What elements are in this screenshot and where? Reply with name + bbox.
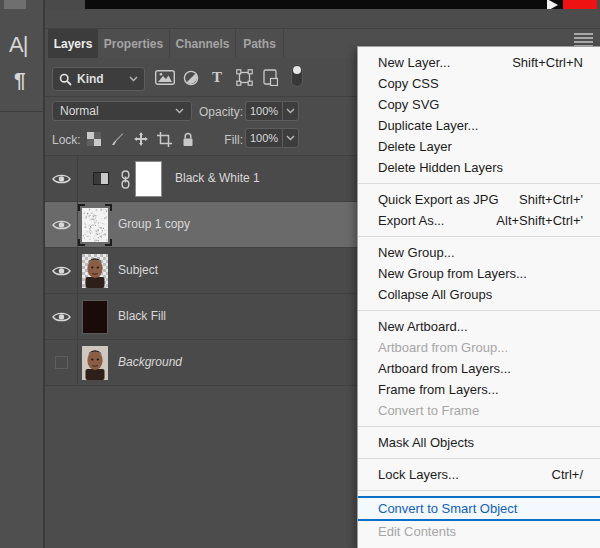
selected-layer-thumbnail-frame	[78, 204, 112, 246]
layer-thumbnail[interactable]	[82, 208, 108, 242]
layer-mask-thumbnail[interactable]	[135, 161, 162, 197]
menu-item-artboard-from-group: Artboard from Group...	[358, 337, 600, 358]
menu-item-label: Delete Hidden Layers	[378, 157, 503, 178]
menu-item-label: Copy CSS	[378, 73, 439, 94]
blend-mode-dropdown[interactable]: Normal	[52, 101, 192, 121]
fill-dropdown-caret[interactable]	[282, 128, 299, 148]
menu-item-shortcut: Alt+Shift+Ctrl+'	[496, 210, 583, 231]
lock-transparency-icon[interactable]	[87, 123, 101, 155]
fill-label: Fill:	[205, 133, 243, 147]
menu-item-label: Delete Layer	[378, 136, 452, 157]
menu-item-new-artboard[interactable]: New Artboard...	[358, 316, 600, 337]
menu-item-frame-from-layers[interactable]: Frame from Layers...	[358, 379, 600, 400]
menu-item-new-layer[interactable]: New Layer...Shift+Ctrl+N	[358, 52, 600, 73]
menu-item-lock-layers[interactable]: Lock Layers...Ctrl+/	[358, 464, 600, 485]
layers-panel-context-menu: New Layer...Shift+Ctrl+NCopy CSSCopy SVG…	[357, 46, 600, 548]
filter-kind-label: Kind	[77, 72, 124, 86]
menu-item-duplicate-layer[interactable]: Duplicate Layer...	[358, 115, 600, 136]
menu-item-label: New Group from Layers...	[378, 263, 527, 284]
layer-name: Black & White 1	[175, 156, 260, 201]
menu-item-label: Lock Layers...	[378, 464, 459, 485]
lock-position-move-icon[interactable]	[134, 123, 148, 155]
menu-item-label: Frame from Layers...	[378, 379, 499, 400]
left-tool-strip: A| ¶	[0, 0, 45, 548]
filter-type-layers-icon[interactable]: T	[212, 58, 222, 97]
menu-item-new-group[interactable]: New Group...	[358, 242, 600, 263]
menu-item-new-group-from-layers[interactable]: New Group from Layers...	[358, 263, 600, 284]
menu-item-mask-all-objects[interactable]: Mask All Objects	[358, 432, 600, 453]
menu-item-shortcut: Shift+Ctrl+'	[519, 189, 583, 210]
menu-item-label: New Artboard...	[378, 316, 468, 337]
menu-item-label: Collapse All Groups	[378, 284, 492, 305]
menu-separator	[358, 490, 600, 491]
menu-item-label: Copy SVG	[378, 94, 439, 115]
menu-separator	[358, 236, 600, 237]
layer-name: Subject	[118, 248, 158, 293]
menu-item-export-as[interactable]: Export As...Alt+Shift+Ctrl+'	[358, 210, 600, 231]
layer-filter-dropdown[interactable]: Kind	[52, 67, 145, 91]
tab-properties[interactable]: Properties	[98, 29, 170, 59]
opacity-value[interactable]: 100%	[245, 101, 282, 121]
menu-item-copy-svg[interactable]: Copy SVG	[358, 94, 600, 115]
menu-item-label: Artboard from Layers...	[378, 358, 511, 379]
visibility-eye-icon[interactable]	[45, 156, 78, 201]
layer-thumbnail[interactable]	[82, 300, 108, 334]
menu-item-label: Quick Export as JPG	[378, 189, 499, 210]
filter-smart-object-icon[interactable]	[263, 58, 278, 97]
menu-item-label: Export As...	[378, 210, 444, 231]
chevron-down-icon	[129, 76, 138, 82]
visibility-eye-icon[interactable]	[45, 202, 78, 247]
chevron-down-icon	[175, 108, 184, 114]
layer-thumbnail[interactable]	[82, 254, 108, 288]
menu-item-shortcut: Ctrl+/	[552, 464, 583, 485]
visibility-hidden-toggle[interactable]	[45, 340, 78, 385]
lock-label: Lock:	[52, 133, 84, 147]
menu-separator	[358, 458, 600, 459]
menu-item-edit-contents: Edit Contents	[358, 521, 600, 542]
menu-item-artboard-from-layers[interactable]: Artboard from Layers...	[358, 358, 600, 379]
menu-separator	[358, 183, 600, 184]
tab-channels[interactable]: Channels	[170, 29, 236, 59]
filter-pixel-layers-icon[interactable]	[155, 58, 175, 97]
photoshop-window: A| ¶ LayersPropertiesChannelsPaths Kind …	[0, 0, 600, 548]
opacity-label: Opacity:	[195, 105, 243, 119]
lock-pixels-brush-icon[interactable]	[111, 123, 125, 155]
menu-separator	[358, 426, 600, 427]
tab-layers[interactable]: Layers	[48, 29, 98, 59]
video-progress-bar[interactable]	[85, 0, 597, 9]
menu-item-label: Mask All Objects	[378, 432, 474, 453]
layer-name: Black Fill	[118, 294, 166, 339]
menu-item-label: Artboard from Group...	[378, 337, 508, 358]
menu-item-delete-layer[interactable]: Delete Layer	[358, 136, 600, 157]
layer-thumbnail[interactable]	[82, 346, 108, 380]
paragraph-panel-icon[interactable]: ¶	[14, 68, 26, 92]
menu-item-label: Edit Contents	[378, 521, 456, 542]
mask-link-chain-icon[interactable]	[120, 170, 131, 193]
panel-menu-icon[interactable]	[574, 33, 593, 47]
filter-shape-layers-icon[interactable]	[236, 58, 253, 97]
menu-item-convert-to-smart-object[interactable]: Convert to Smart Object	[358, 496, 600, 521]
menu-item-label: New Layer...	[378, 52, 450, 73]
menu-separator	[358, 310, 600, 311]
lock-artboard-nesting-icon[interactable]	[157, 123, 172, 155]
adjustment-layer-thumbnail[interactable]	[93, 172, 109, 185]
layer-name: Background	[118, 340, 182, 385]
lock-all-padlock-icon[interactable]	[182, 123, 194, 155]
menu-item-collapse-all-groups[interactable]: Collapse All Groups	[358, 284, 600, 305]
visibility-eye-icon[interactable]	[45, 248, 78, 293]
visibility-eye-icon[interactable]	[45, 294, 78, 339]
menu-item-shortcut: Shift+Ctrl+N	[512, 52, 583, 73]
blend-mode-value: Normal	[60, 104, 99, 118]
fill-value[interactable]: 100%	[245, 128, 282, 148]
menu-item-label: Duplicate Layer...	[378, 115, 478, 136]
menu-item-label: New Group...	[378, 242, 455, 263]
menu-item-quick-export-as-jpg[interactable]: Quick Export as JPGShift+Ctrl+'	[358, 189, 600, 210]
video-progress-segment	[563, 0, 597, 9]
menu-item-delete-hidden-layers[interactable]: Delete Hidden Layers	[358, 157, 600, 178]
character-panel-icon[interactable]: A|	[9, 32, 27, 58]
menu-item-copy-css[interactable]: Copy CSS	[358, 73, 600, 94]
filter-adjustment-layers-icon[interactable]	[183, 58, 199, 97]
filter-toggle-switch[interactable]	[291, 56, 303, 95]
opacity-dropdown-caret[interactable]	[282, 101, 299, 121]
tab-paths[interactable]: Paths	[236, 29, 284, 59]
